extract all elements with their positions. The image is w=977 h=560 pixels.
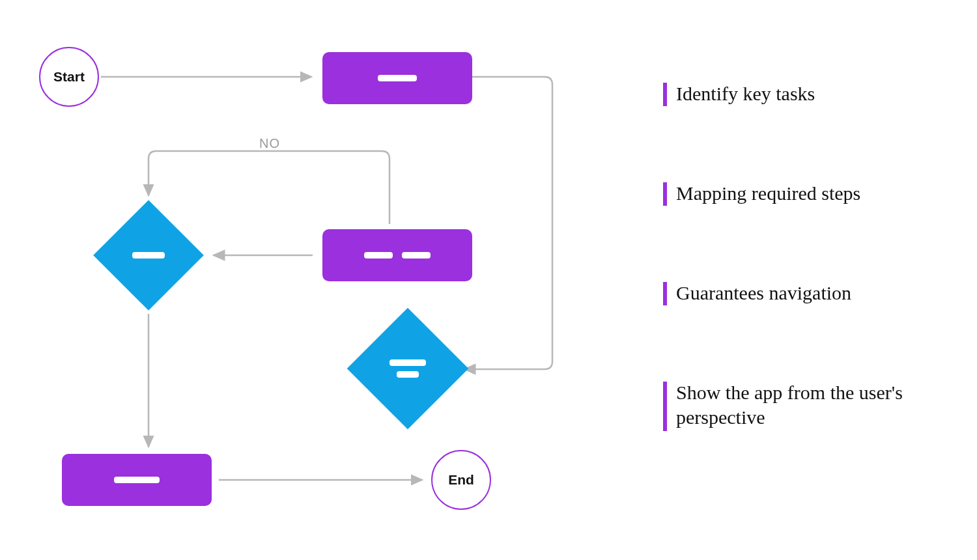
sidebar-item-text: Identify key tasks <box>676 81 815 106</box>
sidebar-item: Show the app from the user's perspective <box>663 380 950 431</box>
sidebar-item-text: Show the app from the user's perspective <box>676 380 950 430</box>
placeholder-bar-icon <box>378 75 417 81</box>
flowchart-canvas: Start End NO <box>0 0 593 560</box>
placeholder-bar-icon <box>132 252 165 259</box>
edge-label-no: NO <box>259 136 280 151</box>
bullet-marker-icon <box>663 182 667 206</box>
process-node-3 <box>62 454 212 506</box>
sidebar-item-text: Mapping required steps <box>676 181 860 206</box>
bullet-marker-icon <box>663 83 667 106</box>
sidebar-item: Mapping required steps <box>663 181 950 206</box>
end-label: End <box>448 472 474 488</box>
sidebar-list: Identify key tasks Mapping required step… <box>663 81 950 431</box>
end-node: End <box>431 450 491 510</box>
placeholder-bar-icon <box>402 252 431 259</box>
decision-node-2 <box>347 308 469 430</box>
process-node-1 <box>322 52 472 104</box>
placeholder-bar-icon <box>389 359 426 366</box>
start-label: Start <box>53 69 85 85</box>
sidebar-item: Guarantees navigation <box>663 281 950 305</box>
bullet-marker-icon <box>663 382 667 431</box>
sidebar-item: Identify key tasks <box>663 81 950 106</box>
placeholder-bar-icon <box>364 252 393 259</box>
sidebar-item-text: Guarantees navigation <box>676 281 851 305</box>
placeholder-bar-icon <box>114 477 160 483</box>
placeholder-bar-icon <box>397 371 419 378</box>
process-node-2 <box>322 229 472 281</box>
bullet-marker-icon <box>663 282 667 305</box>
decision-node-1 <box>93 200 204 311</box>
start-node: Start <box>39 47 99 107</box>
